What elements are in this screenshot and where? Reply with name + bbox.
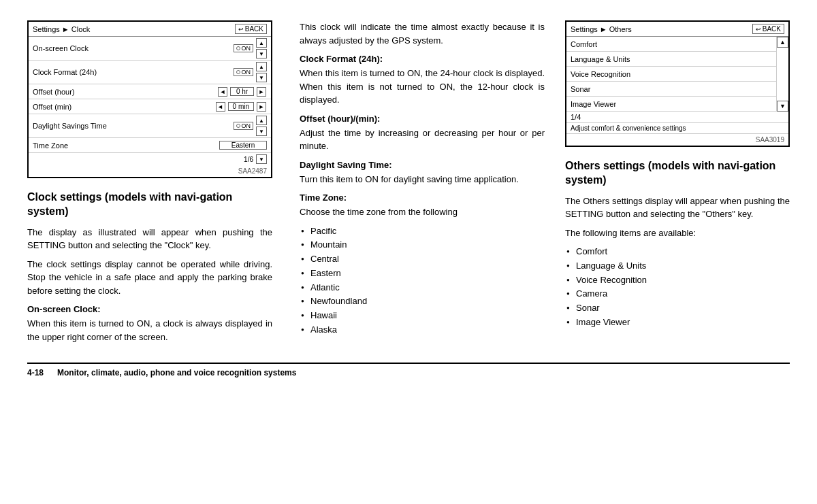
onscreen-clock-label: On-screen Clock [33, 44, 234, 52]
list-item: Alaska [300, 323, 545, 337]
list-item: Camera [565, 287, 790, 301]
offset-hour-value: 0 hr [230, 87, 254, 96]
others-sonar-label: Sonar [571, 85, 590, 93]
on-dot-icon3 [236, 124, 240, 128]
dst-scroll-up[interactable]: ▲ [256, 116, 267, 125]
dst-scroll-down[interactable]: ▼ [256, 127, 267, 136]
offset-subtitle: Offset (hour)/(min): [300, 114, 545, 124]
others-scroll-area: Comfort Language & Units Voice Recogniti… [566, 37, 788, 112]
list-item: Newfoundland [300, 295, 545, 309]
clock-format-row: Clock Format (24h) ON ▲ ▼ [29, 61, 271, 84]
clock-format-body: When this item is turned to ON, the 24-h… [300, 67, 545, 107]
offset-body: Adjust the time by increasing or decreas… [300, 127, 545, 153]
others-back-button[interactable]: ↩ BACK [752, 24, 784, 34]
clock-format-control[interactable]: ON [234, 68, 254, 76]
page-footer: 4-18 Monitor, climate, audio, phone and … [27, 363, 790, 377]
others-page-indicator: 1/4 [571, 113, 581, 121]
onscreen-scroll-up[interactable]: ▲ [256, 38, 267, 48]
dst-body: Turn this item to ON for daylight saving… [300, 173, 545, 186]
clockformat-scroll-up[interactable]: ▲ [256, 62, 267, 71]
dst-control[interactable]: ON [234, 122, 254, 130]
offset-min-value: 0 min [228, 102, 254, 111]
clock-saa-code: SAA2487 [29, 165, 271, 177]
onscreen-scroll-down[interactable]: ▼ [256, 49, 267, 58]
list-item: Pacific [300, 224, 545, 239]
page-number: 4-18 [27, 368, 44, 377]
offset-hour-decrease[interactable]: ◄ [218, 87, 227, 97]
timezone-row: Time Zone Eastern [29, 138, 271, 153]
clock-format-toggle[interactable]: ON [234, 68, 254, 76]
clock-page-indicator: 1/6 [244, 156, 253, 163]
others-screen-header: Settings ► Others ↩ BACK [566, 22, 788, 37]
others-language-label: Language & Units [571, 55, 630, 63]
offset-min-label: Offset (min) [33, 103, 215, 111]
dst-row: Daylight Savings Time ON ▲ ▼ [29, 114, 271, 138]
others-para-2: The following items are available: [565, 226, 790, 240]
on-dot-icon2 [236, 70, 240, 74]
offset-min-decrease[interactable]: ◄ [216, 102, 225, 112]
clock-format-label: Clock Format (24h) [33, 68, 234, 76]
timezone-body: Choose the time zone from the following [300, 205, 545, 219]
offset-min-control: ◄ 0 min ► [215, 102, 267, 112]
offset-hour-label: Offset (hour) [33, 88, 217, 96]
timezone-label: Time Zone [33, 141, 219, 150]
page-layout: Settings ► Clock ↩ BACK On-screen Clock … [27, 20, 790, 377]
dst-scroll-btns: ▲ ▼ [256, 116, 267, 136]
dst-toggle[interactable]: ON [234, 122, 254, 130]
list-item: Sonar [565, 301, 790, 316]
others-scroll-up[interactable]: ▲ [777, 37, 788, 48]
others-voice-label: Voice Recognition [571, 70, 630, 78]
onscreen-clock-control[interactable]: ON [234, 44, 254, 52]
clock-para-2: The clock settings display cannot be ope… [27, 258, 272, 298]
offset-hour-row: Offset (hour) ◄ 0 hr ► [29, 84, 271, 99]
others-convenience-text: Adjust comfort & convenience settings [566, 123, 788, 134]
onscreen-clock-body: When this item is turned to ON, a clock … [27, 317, 272, 343]
onscreen-scroll-btns: ▲ ▼ [256, 38, 267, 58]
onscreen-clock-subtitle: On-screen Clock: [27, 304, 272, 314]
others-scrollbar: ▲ ▼ [776, 37, 788, 112]
list-item: Language & Units [565, 259, 790, 273]
others-row-language[interactable]: Language & Units [566, 52, 776, 67]
others-status-bar: 1/4 [566, 112, 788, 123]
others-row-comfort[interactable]: Comfort [566, 37, 776, 52]
clockformat-scroll-down[interactable]: ▼ [256, 73, 267, 82]
list-item: Central [300, 252, 545, 267]
clock-scroll-down-btn[interactable]: ▼ [256, 154, 267, 164]
offset-min-increase[interactable]: ► [257, 102, 266, 112]
main-content: Settings ► Clock ↩ BACK On-screen Clock … [27, 20, 790, 349]
clock-screen-footer: 1/6 ▼ [29, 153, 271, 165]
list-item: Eastern [300, 267, 545, 281]
back-arrow-icon: ↩ [238, 26, 244, 33]
list-item: Comfort [565, 245, 790, 259]
back-arrow-icon2: ↩ [756, 26, 761, 33]
list-item: Image Viewer [565, 316, 790, 330]
clock-screen-title: Settings ► Clock [33, 25, 90, 33]
others-para-1: The Others settings display will appear … [565, 195, 790, 221]
clock-screen-header: Settings ► Clock ↩ BACK [29, 22, 271, 37]
onscreen-clock-row: On-screen Clock ON ▲ ▼ [29, 37, 271, 61]
clock-back-label: BACK [245, 25, 263, 33]
clock-screen-mockup: Settings ► Clock ↩ BACK On-screen Clock … [27, 20, 272, 178]
others-back-label: BACK [763, 25, 781, 33]
others-scroll-down[interactable]: ▼ [777, 101, 788, 112]
others-row-imageviewer[interactable]: Image Viewer [566, 97, 776, 112]
list-item: Hawaii [300, 309, 545, 323]
offset-hour-increase[interactable]: ► [257, 87, 266, 97]
others-row-sonar[interactable]: Sonar [566, 82, 776, 97]
dst-subtitle: Daylight Saving Time: [300, 160, 545, 170]
clock-para-1: The display as illustrated will appear w… [27, 226, 272, 252]
clock-format-subtitle: Clock Format (24h): [300, 54, 545, 64]
dst-label: Daylight Savings Time [33, 122, 234, 130]
others-row-voice[interactable]: Voice Recognition [566, 67, 776, 82]
onscreen-clock-toggle[interactable]: ON [234, 44, 254, 52]
timezone-value: Eastern [219, 141, 267, 150]
timezone-subtitle: Time Zone: [300, 192, 545, 203]
scrollbar-track [777, 48, 788, 101]
others-imageviewer-label: Image Viewer [571, 100, 616, 108]
others-comfort-label: Comfort [571, 40, 597, 48]
timezone-list: Pacific Mountain Central Eastern Atlanti… [300, 224, 545, 337]
clock-back-button[interactable]: ↩ BACK [235, 24, 267, 34]
list-item: Voice Recognition [565, 273, 790, 288]
left-column: Settings ► Clock ↩ BACK On-screen Clock … [27, 20, 286, 349]
offset-min-row: Offset (min) ◄ 0 min ► [29, 99, 271, 114]
